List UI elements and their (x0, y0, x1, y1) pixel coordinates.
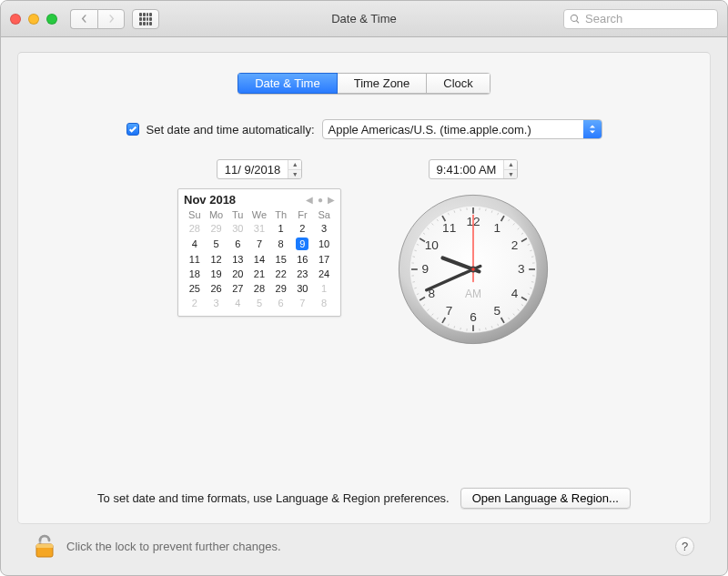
tab-time-zone[interactable]: Time Zone (338, 73, 428, 94)
calendar-day[interactable]: 7 (248, 236, 270, 252)
calendar-day[interactable]: 12 (206, 252, 228, 267)
svg-text:3: 3 (518, 262, 525, 276)
calendar-day[interactable]: 2 (292, 221, 314, 236)
calendar-day[interactable]: 26 (206, 281, 228, 296)
window-title: Date & Time (331, 12, 397, 25)
calendar-day[interactable]: 1 (313, 281, 335, 296)
back-button[interactable] (70, 9, 97, 29)
calendar-day[interactable]: 15 (270, 252, 292, 267)
time-stepper[interactable]: ▲ ▼ (503, 160, 517, 178)
stepper-down-icon[interactable]: ▼ (288, 170, 301, 179)
svg-line-19 (531, 282, 533, 283)
calendar-day[interactable]: 5 (206, 236, 228, 252)
tab-bar: Date & Time Time Zone Clock (51, 73, 677, 94)
svg-line-15 (531, 257, 533, 258)
calendar-day[interactable]: 20 (227, 267, 248, 281)
calendar-weekday: Su (184, 208, 206, 221)
search-input[interactable]: Search (563, 9, 718, 29)
clock-face-icon: 121234567891011 (396, 192, 551, 347)
svg-text:7: 7 (446, 304, 453, 318)
calendar-next-icon[interactable]: ▶ (328, 195, 335, 205)
stepper-up-icon[interactable]: ▲ (504, 160, 517, 170)
calendar-day[interactable]: 27 (227, 281, 248, 296)
stepper-down-icon[interactable]: ▼ (504, 170, 517, 179)
calendar-day[interactable]: 30 (227, 221, 248, 236)
minimize-window-button[interactable] (28, 14, 39, 25)
calendar-day[interactable]: 19 (206, 267, 228, 281)
calendar-day[interactable]: 18 (184, 267, 206, 281)
calendar-day[interactable]: 7 (292, 296, 314, 310)
svg-point-78 (471, 268, 474, 270)
calendar-day[interactable]: 30 (292, 281, 314, 296)
svg-line-49 (412, 257, 414, 258)
calendar-nav: ◀ ● ▶ (306, 195, 335, 205)
calendar-month: Nov 2018 (184, 193, 236, 207)
show-all-button[interactable] (132, 9, 159, 29)
settings-panel: Date & Time Time Zone Clock Set date and… (17, 52, 711, 524)
calendar-day[interactable]: 11 (184, 252, 206, 267)
search-icon (570, 14, 581, 25)
calendar[interactable]: Nov 2018 ◀ ● ▶ SuMoTuWeThFrSa 2829303112… (177, 188, 341, 317)
time-field[interactable]: 9:41:00 AM ▲ ▼ (429, 159, 519, 179)
calendar-day[interactable]: 24 (313, 267, 335, 281)
svg-line-60 (460, 208, 461, 210)
open-language-region-button[interactable]: Open Language & Region... (460, 488, 631, 509)
close-window-button[interactable] (10, 14, 21, 25)
grid-icon (139, 13, 152, 25)
calendar-day[interactable]: 6 (227, 236, 248, 252)
calendar-day[interactable]: 14 (248, 252, 270, 267)
calendar-day[interactable]: 8 (270, 236, 292, 252)
lock-icon[interactable] (34, 533, 56, 559)
calendar-day[interactable]: 8 (313, 296, 335, 310)
calendar-day[interactable]: 29 (270, 281, 292, 296)
calendar-day[interactable]: 16 (292, 252, 314, 267)
calendar-day[interactable]: 28 (184, 221, 206, 236)
calendar-day[interactable]: 4 (227, 296, 248, 310)
zoom-window-button[interactable] (46, 14, 57, 25)
time-value: 9:41:00 AM (430, 160, 504, 178)
calendar-day[interactable]: 3 (313, 221, 335, 236)
calendar-day[interactable]: 31 (248, 221, 270, 236)
calendar-day[interactable]: 25 (184, 281, 206, 296)
calendar-day[interactable]: 6 (270, 296, 292, 310)
calendar-day[interactable]: 21 (248, 267, 270, 281)
calendar-day[interactable]: 22 (270, 267, 292, 281)
calendar-day[interactable]: 23 (292, 267, 314, 281)
calendar-day[interactable]: 1 (270, 221, 292, 236)
calendar-day[interactable]: 28 (248, 281, 270, 296)
titlebar: Date & Time Search (1, 1, 727, 37)
lock-message: Click the lock to prevent further change… (66, 540, 281, 553)
forward-button[interactable] (97, 9, 125, 29)
calendar-day[interactable]: 29 (206, 221, 228, 236)
time-column: 9:41:00 AM ▲ ▼ (396, 159, 551, 347)
calendar-weekday: Tu (227, 208, 248, 221)
calendar-today-icon[interactable]: ● (318, 195, 323, 205)
auto-time-checkbox[interactable] (126, 123, 139, 136)
calendar-prev-icon[interactable]: ◀ (306, 195, 313, 205)
calendar-day[interactable]: 9 (292, 236, 314, 252)
calendar-day[interactable]: 3 (206, 296, 228, 310)
calendar-day[interactable]: 17 (313, 252, 335, 267)
clock-ampm: AM (465, 288, 481, 300)
svg-text:6: 6 (470, 310, 477, 324)
prefs-window: Date & Time Search Date & Time Time Zone… (0, 0, 728, 576)
calendar-day[interactable]: 13 (227, 252, 248, 267)
date-field[interactable]: 11/ 9/2018 ▲ ▼ (217, 159, 302, 179)
time-server-select[interactable]: Apple Americas/U.S. (time.apple.com.) (322, 119, 602, 139)
calendar-day[interactable]: 2 (184, 296, 206, 310)
tab-clock[interactable]: Clock (427, 73, 490, 94)
calendar-day[interactable]: 4 (184, 236, 206, 252)
footer: Click the lock to prevent further change… (17, 524, 711, 568)
auto-time-label: Set date and time automatically: (147, 123, 315, 136)
calendar-grid: SuMoTuWeThFrSa 2829303112345678910111213… (184, 208, 335, 310)
svg-text:5: 5 (494, 304, 501, 318)
svg-rect-80 (36, 544, 53, 548)
tab-date-time[interactable]: Date & Time (238, 73, 338, 94)
calendar-day[interactable]: 10 (313, 236, 335, 252)
time-server-value: Apple Americas/U.S. (time.apple.com.) (323, 123, 583, 136)
help-button[interactable]: ? (675, 537, 694, 556)
stepper-up-icon[interactable]: ▲ (288, 160, 301, 170)
date-stepper[interactable]: ▲ ▼ (288, 160, 301, 178)
calendar-day[interactable]: 5 (248, 296, 270, 310)
calendar-weekday: Sa (313, 208, 335, 221)
